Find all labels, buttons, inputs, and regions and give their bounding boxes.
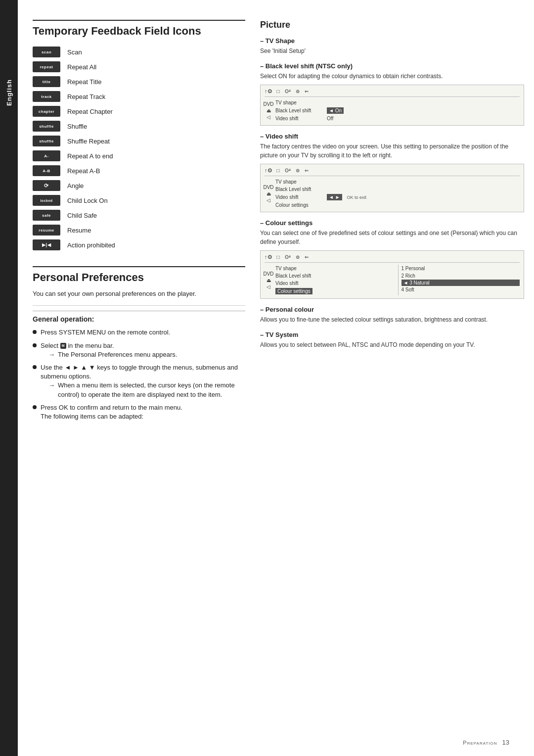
list-item: Press SYSTEM MENU on the remote control.	[33, 328, 245, 337]
menu-icon-badge: M	[60, 343, 66, 349]
icon-label-repeat-track: Repeat Track	[67, 93, 105, 100]
icon-prohibited: ▶|◀	[33, 239, 60, 250]
menu-header-col2: ʘ⁴	[285, 254, 291, 260]
sub-arrow: → The Personal Preferences menu appears.	[48, 350, 177, 359]
section1-title: Temporary Feedback Field Icons	[33, 20, 245, 38]
menu-header-col3: ⊚	[296, 89, 300, 94]
list-item: Select M in the menu bar. → The Personal…	[33, 341, 245, 359]
back-icon: ◁	[267, 114, 270, 120]
icon-label-resume: Resume	[67, 227, 91, 234]
icon-label-shuffle: Shuffle	[67, 123, 87, 130]
icon-label-child-lock: Child Lock On	[67, 197, 108, 204]
sub-arrow: → When a menu item is selected, the curs…	[48, 381, 245, 399]
bullet-dot	[33, 330, 37, 334]
menu-header-col4: ⇐	[305, 254, 309, 260]
colour-heading: Colour settings	[260, 219, 524, 227]
menu-option-row: ◄ 3 Natural	[401, 280, 520, 286]
bullet-text: Select M in the menu bar. → The Personal…	[41, 341, 177, 359]
menu-side-icons: DVD ⏏ ◁	[265, 99, 272, 122]
menu-row: Black Level shift ◄ On	[275, 106, 520, 115]
icon-chapter: chapter	[33, 106, 60, 117]
list-item: ⟳ Angle	[33, 179, 245, 192]
list-item: track Repeat Track	[33, 90, 245, 103]
menu-side-icons: DVD ⏏ ◁	[265, 178, 272, 209]
menu-header-col2: ʘ⁴	[285, 89, 291, 94]
menu-row: Colour settings	[275, 287, 394, 295]
list-item: repeat Repeat All	[33, 60, 245, 73]
icon-label-repeat-chapter: Repeat Chapter	[67, 108, 113, 115]
icon-a-end: A-	[33, 150, 60, 161]
menu-row-label: Black Level shift	[275, 108, 325, 113]
menu-left: TV shape Black Level shift Video shift C…	[275, 265, 394, 295]
icon-label-repeat-all: Repeat All	[67, 63, 96, 71]
back-icon: ◁	[267, 284, 270, 289]
menu-row: Black Level shift	[275, 186, 520, 193]
icons-list: scan Scan repeat Repeat All title Repeat…	[33, 46, 245, 251]
menu-body: DVD ⏏ ◁ TV shape Black Level shift ◄ On	[265, 99, 520, 122]
menu-row-label-highlighted: Colour settings	[275, 288, 312, 294]
icon-label-repeat-title: Repeat Title	[67, 78, 101, 86]
eject-icon: ⏏	[267, 191, 271, 196]
footer-page-number: 13	[502, 739, 509, 746]
menu-row-value: ◄ On	[327, 107, 344, 114]
icon-shuffle: shuffle	[33, 121, 60, 132]
bullet-dot	[33, 343, 37, 347]
bullet-text: Press OK to confirm and return to the ma…	[41, 403, 182, 421]
icon-label-shuffle-repeat: Shuffle Repeat	[67, 138, 110, 145]
menu-header-icon: ↑⊙	[265, 254, 272, 260]
sub-text: When a menu item is selected, the cursor…	[58, 381, 245, 399]
black-level-menu-mock: ↑⊙ □ ʘ⁴ ⊚ ⇐ DVD ⏏ ◁	[260, 85, 524, 126]
icon-title: title	[33, 76, 60, 87]
tv-shape-heading: TV Shape	[260, 37, 524, 45]
icon-label-a-end: Repeat A to end	[67, 152, 113, 160]
bullet-dot	[33, 405, 37, 409]
menu-row: Video shift	[275, 280, 394, 287]
menu-row: TV shape	[275, 265, 394, 272]
left-column: Temporary Feedback Field Icons scan Scan…	[33, 20, 245, 736]
icon-repeat: repeat	[33, 61, 60, 72]
menu-rows: TV shape Black Level shift Video shift ◄…	[275, 178, 520, 209]
eject-icon: ⏏	[267, 108, 271, 113]
general-op-title: General operation:	[33, 311, 245, 323]
main-content: Temporary Feedback Field Icons scan Scan…	[18, 0, 534, 756]
icon-scan: scan	[33, 47, 60, 57]
menu-header-col4: ⇐	[305, 168, 309, 173]
menu-header-col4: ⇐	[305, 89, 309, 94]
list-item: shuffle Shuffle	[33, 120, 245, 133]
footer-label: Preparation	[463, 740, 497, 746]
bullet-text: Use the ◄ ► ▲ ▼ keys to toggle through t…	[41, 363, 245, 399]
video-shift-heading: Video shift	[260, 133, 524, 140]
black-level-heading: Black level shift (NTSC only)	[260, 62, 524, 70]
menu-row-label: Black Level shift	[275, 187, 325, 192]
menu-row: TV shape	[275, 99, 520, 106]
list-item: scan Scan	[33, 46, 245, 58]
sub-text: The Personal Preferences menu appears.	[58, 350, 177, 359]
icon-resume: resume	[33, 225, 60, 236]
personal-colour-heading: Personal colour	[260, 306, 524, 313]
ok-to-exit: OK to exit	[347, 195, 367, 200]
menu-row: Video shift Off	[275, 115, 520, 122]
back-icon: ◁	[267, 197, 270, 203]
tv-shape-body: See 'Initial Setup'	[260, 47, 524, 55]
list-item: title Repeat Title	[33, 75, 245, 88]
menu-option-row: 1 Personal	[401, 265, 520, 272]
icon-angle: ⟳	[33, 180, 60, 191]
list-item: ▶|◀ Action prohibited	[33, 238, 245, 251]
menu-header-col1: □	[277, 168, 280, 173]
picture-section: Picture TV Shape See 'Initial Setup' Bla…	[260, 20, 524, 349]
icon-label-ab: Repeat A-B	[67, 167, 100, 175]
dvd-icon: DVD	[263, 185, 273, 190]
icon-label-prohibited: Action prohibited	[67, 241, 115, 249]
bullet-dot	[33, 365, 37, 369]
menu-row-label: TV shape	[275, 179, 325, 185]
list-item: A-B Repeat A-B	[33, 164, 245, 177]
dvd-icon: DVD	[263, 271, 273, 277]
black-level-body: Select ON for adapting the colour dynami…	[260, 72, 524, 81]
menu-rows: TV shape Black Level shift Video shift C…	[275, 265, 520, 295]
icon-safe: safe	[33, 210, 60, 221]
menu-row-label: Black Level shift	[275, 273, 325, 279]
menu-header-col3: ⊚	[296, 254, 300, 260]
menu-header: ↑⊙ □ ʘ⁴ ⊚ ⇐	[265, 167, 520, 176]
menu-row-label: TV shape	[275, 266, 325, 271]
menu-option-row: 2 Rich	[401, 272, 520, 280]
